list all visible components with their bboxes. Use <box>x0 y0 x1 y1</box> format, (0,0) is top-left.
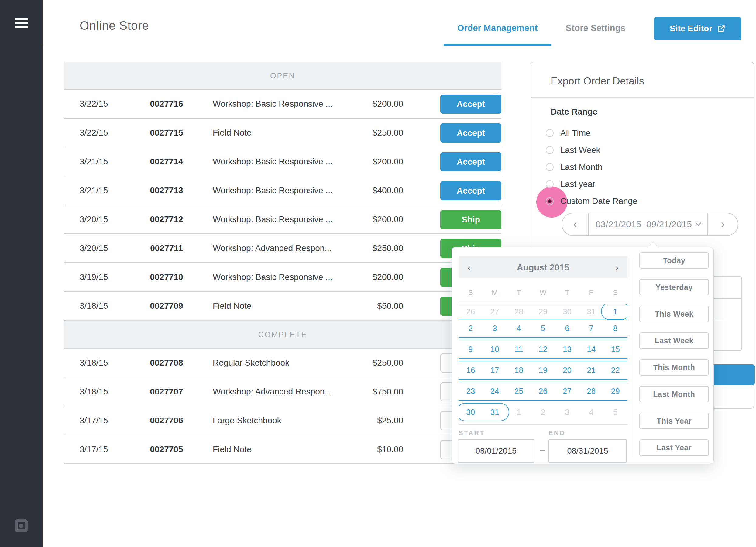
range-prev-button[interactable]: ‹ <box>562 213 589 235</box>
order-price: $250.00 <box>373 128 403 138</box>
preset-this-month-button[interactable]: This Month <box>639 359 709 376</box>
preset-this-year-button[interactable]: This Year <box>639 413 709 429</box>
date-dash: – <box>538 445 547 455</box>
preset-last-week-button[interactable]: Last Week <box>639 332 709 349</box>
calendar-day[interactable]: 21 <box>579 361 603 379</box>
calendar-day[interactable]: 20 <box>555 361 579 379</box>
chevron-right-icon: › <box>721 218 725 231</box>
preset-last-month-button[interactable]: Last Month <box>639 386 709 402</box>
order-price: $200.00 <box>373 272 403 282</box>
calendar-day[interactable]: 25 <box>507 382 531 400</box>
calendar-day[interactable]: 14 <box>579 340 603 358</box>
date-range-option[interactable]: All Time <box>546 127 734 139</box>
end-date-input[interactable] <box>548 439 627 463</box>
calendar-week-row: 303112345 <box>459 403 627 421</box>
square-logo-icon[interactable] <box>15 519 28 532</box>
calendar-prev-icon[interactable]: ‹ <box>459 262 480 273</box>
active-tab-underline <box>444 44 551 46</box>
calendar-day[interactable]: 1 <box>507 403 531 421</box>
calendar-day[interactable]: 13 <box>555 340 579 358</box>
calendar-day[interactable]: 18 <box>507 361 531 379</box>
order-section-header: COMPLETE <box>64 321 501 349</box>
accept-button[interactable]: Accept <box>440 95 501 114</box>
order-product: Field Note <box>213 445 252 454</box>
radio-label: Last Week <box>560 145 600 155</box>
calendar-day[interactable]: 15 <box>603 340 627 358</box>
calendar-day[interactable]: 30 <box>555 304 579 319</box>
calendar-week-row: 16171819202122 <box>459 361 627 380</box>
calendar-day[interactable]: 7 <box>579 319 603 337</box>
calendar-day[interactable]: 3 <box>555 403 579 421</box>
calendar-day[interactable]: 12 <box>531 340 555 358</box>
calendar-day[interactable]: 24 <box>483 382 507 400</box>
calendar-day[interactable]: 31 <box>483 403 507 421</box>
ship-button[interactable]: Ship <box>440 210 501 229</box>
date-range-option[interactable]: Custom Date Range <box>546 195 734 207</box>
order-date: 3/20/15 <box>80 215 108 224</box>
radio-icon <box>546 163 554 171</box>
calendar-day[interactable]: 29 <box>603 382 627 400</box>
order-price: $25.00 <box>377 416 403 425</box>
calendar-day[interactable]: 31 <box>579 304 603 319</box>
calendar-day[interactable]: 8 <box>603 319 627 337</box>
calendar-day[interactable]: 5 <box>603 403 627 421</box>
start-date-input[interactable] <box>458 439 534 463</box>
calendar-day[interactable]: 17 <box>483 361 507 379</box>
accept-button[interactable]: Accept <box>440 181 501 200</box>
calendar-day[interactable]: 29 <box>531 304 555 319</box>
table-row: 3/18/150027708Regular Sketchbook$250.00 <box>64 349 501 377</box>
accept-button[interactable]: Accept <box>440 123 501 143</box>
tab-order-management[interactable]: Order Management <box>444 23 551 33</box>
calendar-day[interactable]: 1 <box>603 304 627 319</box>
calendar-day[interactable]: 4 <box>507 319 531 337</box>
export-panel-divider <box>531 97 754 98</box>
calendar-next-icon[interactable]: › <box>606 262 627 273</box>
order-product: Workshop: Basic Responsive ... <box>213 272 333 282</box>
preset-yesterday-button[interactable]: Yesterday <box>639 279 709 295</box>
order-number: 0027716 <box>139 99 194 109</box>
calendar-day[interactable]: 10 <box>483 340 507 358</box>
calendar-day[interactable]: 30 <box>459 403 483 421</box>
range-next-button[interactable]: › <box>707 213 738 235</box>
calendar-day[interactable]: 3 <box>483 319 507 337</box>
calendar-day[interactable]: 27 <box>555 382 579 400</box>
calendar-day[interactable]: 6 <box>555 319 579 337</box>
date-range-option[interactable]: Last Week <box>546 144 734 156</box>
start-label: START <box>459 429 485 437</box>
table-row: 3/17/150027706Large Sketchbook$25.00 <box>64 406 501 435</box>
table-row: 3/20/150027711Workshop: Advanced Respon.… <box>64 234 501 263</box>
hamburger-menu-icon[interactable] <box>15 18 28 28</box>
calendar-day[interactable]: 27 <box>483 304 507 319</box>
order-product: Workshop: Basic Responsive ... <box>213 157 333 167</box>
order-price: $200.00 <box>373 157 403 167</box>
range-dropdown[interactable]: 03/21/2015–09/21/2015 <box>589 213 707 235</box>
calendar-day[interactable]: 4 <box>579 403 603 421</box>
calendar-day[interactable]: 16 <box>459 361 483 379</box>
calendar-day[interactable]: 28 <box>507 304 531 319</box>
calendar-day[interactable]: 28 <box>579 382 603 400</box>
preset-this-week-button[interactable]: This Week <box>639 306 709 322</box>
order-number: 0027714 <box>139 157 194 167</box>
site-editor-button[interactable]: Site Editor <box>654 17 741 40</box>
preset-today-button[interactable]: Today <box>639 252 709 269</box>
date-range-option[interactable]: Last year <box>546 178 734 190</box>
calendar-day[interactable]: 11 <box>507 340 531 358</box>
preset-last-year-button[interactable]: Last Year <box>639 439 709 456</box>
accept-button[interactable]: Accept <box>440 152 501 171</box>
date-range-options: All TimeLast WeekLast MonthLast yearCust… <box>546 127 734 212</box>
calendar-day[interactable]: 19 <box>531 361 555 379</box>
calendar-day[interactable]: 5 <box>531 319 555 337</box>
calendar-week-row: 23242526272829 <box>459 382 627 401</box>
tab-store-settings[interactable]: Store Settings <box>559 23 632 33</box>
calendar-day[interactable]: 2 <box>459 319 483 337</box>
radio-label: Last Month <box>560 162 603 172</box>
calendar-day[interactable]: 23 <box>459 382 483 400</box>
date-range-option[interactable]: Last Month <box>546 161 734 173</box>
calendar-day[interactable]: 26 <box>459 304 483 319</box>
calendar-day[interactable]: 2 <box>531 403 555 421</box>
calendar-day[interactable]: 9 <box>459 340 483 358</box>
calendar-day[interactable]: 26 <box>531 382 555 400</box>
calendar-week-row: 2345678 <box>459 319 627 338</box>
order-number: 0027707 <box>139 387 194 397</box>
calendar-day[interactable]: 22 <box>603 361 627 379</box>
